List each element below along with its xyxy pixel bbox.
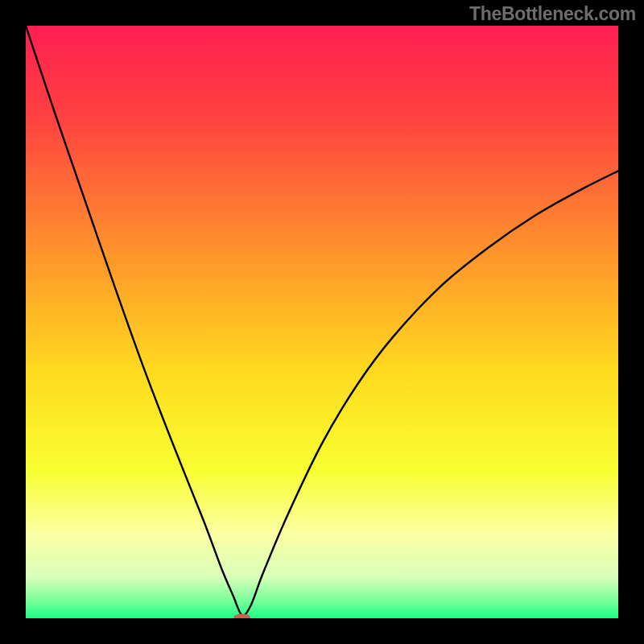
chart-svg — [26, 26, 618, 618]
gradient-background — [26, 26, 618, 618]
chart-container: TheBottleneck.com — [0, 0, 644, 644]
attribution-text: TheBottleneck.com — [469, 3, 636, 25]
plot-area — [26, 26, 618, 618]
